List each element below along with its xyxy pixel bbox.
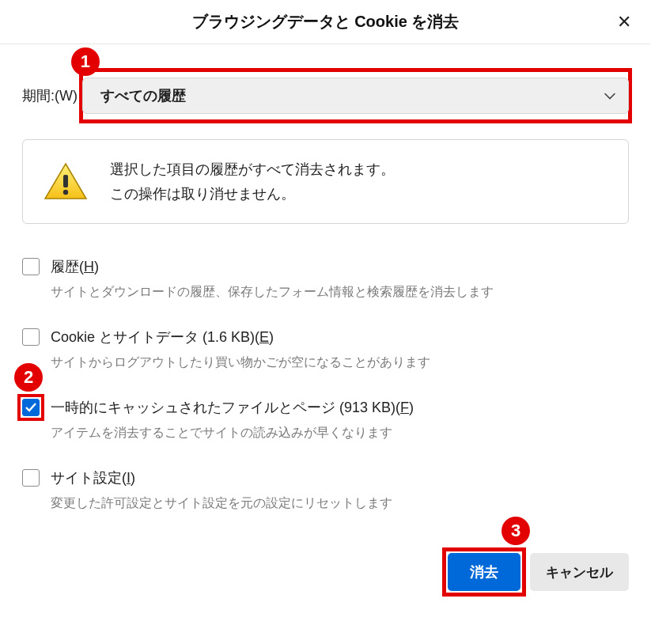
label-history: 履歴(H) — [51, 257, 99, 276]
label-cookies: Cookie とサイトデータ (1.6 KB)(E) — [51, 328, 274, 347]
option-cookies: Cookie とサイトデータ (1.6 KB)(E) サイトからログアウトしたり… — [22, 328, 629, 371]
checkbox-cookies[interactable] — [22, 328, 40, 346]
callout-badge-3: 3 — [501, 517, 530, 545]
checkbox-history[interactable] — [22, 258, 40, 275]
dialog-title: ブラウジングデータと Cookie を消去 — [16, 11, 635, 32]
chevron-down-icon — [604, 88, 615, 104]
warning-panel: 選択した項目の履歴がすべて消去されます。 この操作は取り消せません。 — [22, 139, 629, 224]
clear-button[interactable]: 消去 — [448, 553, 520, 591]
close-button[interactable]: ✕ — [613, 11, 635, 33]
desc-cookies: サイトからログアウトしたり買い物かごが空になることがあります — [51, 354, 629, 371]
desc-site-settings: 変更した許可設定とサイト設定を元の設定にリセットします — [51, 495, 629, 512]
warning-line-2: この操作は取り消せません。 — [110, 182, 395, 206]
label-cache: 一時的にキャッシュされたファイルとページ (913 KB)(F) — [51, 398, 414, 417]
option-cache: 2 一時的にキャッシュされたファイルとページ (913 KB)(F) アイテムを… — [22, 398, 629, 441]
svg-rect-0 — [63, 175, 68, 188]
checkbox-site-settings[interactable] — [22, 469, 40, 487]
period-select-value: すべての履歴 — [100, 86, 186, 105]
callout-badge-1: 1 — [71, 47, 100, 76]
close-icon: ✕ — [617, 12, 631, 32]
warning-icon — [44, 162, 88, 202]
checkbox-cache[interactable] — [22, 399, 40, 416]
desc-history: サイトとダウンロードの履歴、保存したフォーム情報と検索履歴を消去します — [51, 284, 629, 301]
cancel-button[interactable]: キャンセル — [530, 553, 629, 591]
option-history: 履歴(H) サイトとダウンロードの履歴、保存したフォーム情報と検索履歴を消去しま… — [22, 257, 629, 301]
callout-badge-2: 2 — [14, 363, 43, 392]
option-site-settings: サイト設定(I) 変更した許可設定とサイト設定を元の設定にリセットします — [22, 468, 629, 512]
svg-point-1 — [63, 189, 68, 194]
period-select[interactable]: すべての履歴 — [82, 78, 629, 114]
period-label: 期間:(W) — [22, 86, 78, 105]
label-site-settings: サイト設定(I) — [51, 468, 135, 487]
warning-line-1: 選択した項目の履歴がすべて消去されます。 — [110, 157, 395, 182]
desc-cache: アイテムを消去することでサイトの読み込みが早くなります — [51, 425, 629, 441]
